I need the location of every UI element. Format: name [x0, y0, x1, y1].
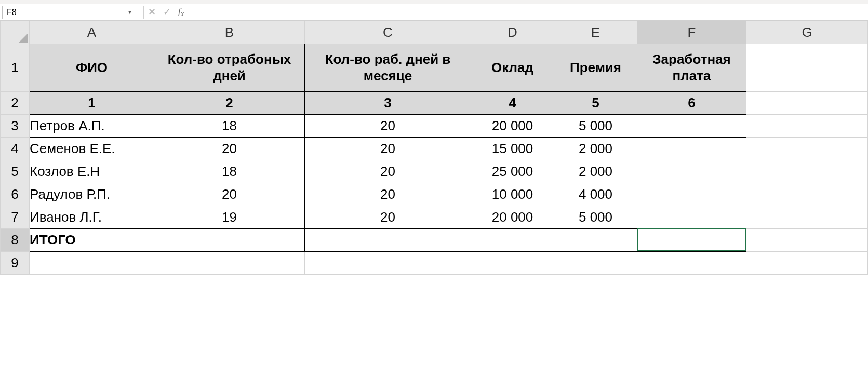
- cell-F4[interactable]: [637, 138, 746, 160]
- cell-A3[interactable]: Петров А.П.: [30, 115, 154, 138]
- cell-D9[interactable]: [471, 252, 554, 275]
- cell-A2[interactable]: 1: [30, 92, 154, 115]
- cell-D3[interactable]: 20 000: [471, 115, 554, 138]
- cancel-icon: ✕: [148, 6, 156, 18]
- row-header-4[interactable]: 4: [1, 138, 30, 160]
- cell-B8[interactable]: [154, 229, 305, 252]
- cell-E4[interactable]: 2 000: [554, 138, 637, 160]
- cell-G4[interactable]: [746, 138, 868, 160]
- col-header-B[interactable]: B: [154, 21, 305, 44]
- table-row: 7 Иванов Л.Г. 19 20 20 000 5 000: [1, 206, 868, 229]
- cell-G9[interactable]: [746, 252, 868, 275]
- cell-F8[interactable]: [637, 229, 746, 252]
- enter-icon: ✓: [163, 6, 171, 18]
- cell-D7[interactable]: 20 000: [471, 206, 554, 229]
- name-box[interactable]: F8 ▼: [2, 6, 137, 19]
- formula-bar-input[interactable]: [194, 6, 868, 19]
- cell-E1[interactable]: Премия: [554, 44, 637, 92]
- cell-A9[interactable]: [30, 252, 154, 275]
- col-header-D[interactable]: D: [471, 21, 554, 44]
- cell-C4[interactable]: 20: [305, 138, 471, 160]
- cell-F3[interactable]: [637, 115, 746, 138]
- cell-C7[interactable]: 20: [305, 206, 471, 229]
- cell-F2[interactable]: 6: [637, 92, 746, 115]
- cell-E8[interactable]: [554, 229, 637, 252]
- cell-E6[interactable]: 4 000: [554, 183, 637, 206]
- fx-icon[interactable]: fx: [178, 6, 184, 18]
- cell-F9[interactable]: [637, 252, 746, 275]
- cell-D8[interactable]: [471, 229, 554, 252]
- cell-F5[interactable]: [637, 160, 746, 183]
- cell-B2[interactable]: 2: [154, 92, 305, 115]
- column-header-row: A B C D E F G: [1, 21, 868, 44]
- cell-G7[interactable]: [746, 206, 868, 229]
- cell-F1[interactable]: Заработная плата: [637, 44, 746, 92]
- cell-C5[interactable]: 20: [305, 160, 471, 183]
- col-header-F[interactable]: F: [637, 21, 746, 44]
- name-box-bar: F8 ▼ ✕ ✓ fx: [0, 4, 868, 21]
- cell-G1[interactable]: [746, 44, 868, 92]
- cell-A4[interactable]: Семенов Е.Е.: [30, 138, 154, 160]
- cell-G3[interactable]: [746, 115, 868, 138]
- name-box-value: F8: [7, 8, 17, 17]
- chevron-down-icon: ▼: [127, 9, 132, 15]
- cell-D4[interactable]: 15 000: [471, 138, 554, 160]
- row-header-6[interactable]: 6: [1, 183, 30, 206]
- ribbon-bottom-edge: [0, 0, 868, 4]
- divider: [143, 6, 144, 19]
- cell-C2[interactable]: 3: [305, 92, 471, 115]
- spreadsheet-grid[interactable]: A B C D E F G 1 ФИО Кол-во отрабоных дне…: [0, 21, 868, 275]
- cell-E5[interactable]: 2 000: [554, 160, 637, 183]
- cell-B7[interactable]: 19: [154, 206, 305, 229]
- cell-B6[interactable]: 20: [154, 183, 305, 206]
- cell-E7[interactable]: 5 000: [554, 206, 637, 229]
- cell-B1[interactable]: Кол-во отрабоных дней: [154, 44, 305, 92]
- cell-D2[interactable]: 4: [471, 92, 554, 115]
- cell-D5[interactable]: 25 000: [471, 160, 554, 183]
- cell-E2[interactable]: 5: [554, 92, 637, 115]
- cell-C1[interactable]: Кол-во раб. дней в месяце: [305, 44, 471, 92]
- cell-C9[interactable]: [305, 252, 471, 275]
- col-header-E[interactable]: E: [554, 21, 637, 44]
- col-header-A[interactable]: A: [30, 21, 154, 44]
- cell-E3[interactable]: 5 000: [554, 115, 637, 138]
- cell-A5[interactable]: Козлов Е.Н: [30, 160, 154, 183]
- cell-F7[interactable]: [637, 206, 746, 229]
- row-header-1[interactable]: 1: [1, 44, 30, 92]
- table-row: 4 Семенов Е.Е. 20 20 15 000 2 000: [1, 138, 868, 160]
- cell-C3[interactable]: 20: [305, 115, 471, 138]
- cell-B3[interactable]: 18: [154, 115, 305, 138]
- cell-A6[interactable]: Радулов Р.П.: [30, 183, 154, 206]
- table-row: 3 Петров А.П. 18 20 20 000 5 000: [1, 115, 868, 138]
- cell-B5[interactable]: 18: [154, 160, 305, 183]
- cell-C6[interactable]: 20: [305, 183, 471, 206]
- row-header-7[interactable]: 7: [1, 206, 30, 229]
- cell-A7[interactable]: Иванов Л.Г.: [30, 206, 154, 229]
- table-row: 9: [1, 252, 868, 275]
- row-header-5[interactable]: 5: [1, 160, 30, 183]
- cell-B9[interactable]: [154, 252, 305, 275]
- formula-bar-buttons: ✕ ✓ fx: [148, 6, 184, 18]
- row-header-2[interactable]: 2: [1, 92, 30, 115]
- table-row: 2 1 2 3 4 5 6: [1, 92, 868, 115]
- cell-A8[interactable]: ИТОГО: [30, 229, 154, 252]
- cell-B4[interactable]: 20: [154, 138, 305, 160]
- col-header-C[interactable]: C: [305, 21, 471, 44]
- row-header-8[interactable]: 8: [1, 229, 30, 252]
- cell-A1[interactable]: ФИО: [30, 44, 154, 92]
- cell-E9[interactable]: [554, 252, 637, 275]
- cell-G2[interactable]: [746, 92, 868, 115]
- cell-G8[interactable]: [746, 229, 868, 252]
- cell-C8[interactable]: [305, 229, 471, 252]
- cell-D6[interactable]: 10 000: [471, 183, 554, 206]
- col-header-G[interactable]: G: [746, 21, 868, 44]
- table-row: 1 ФИО Кол-во отрабоных дней Кол-во раб. …: [1, 44, 868, 92]
- table-row: 5 Козлов Е.Н 18 20 25 000 2 000: [1, 160, 868, 183]
- row-header-9[interactable]: 9: [1, 252, 30, 275]
- cell-G6[interactable]: [746, 183, 868, 206]
- row-header-3[interactable]: 3: [1, 115, 30, 138]
- cell-G5[interactable]: [746, 160, 868, 183]
- cell-F6[interactable]: [637, 183, 746, 206]
- cell-D1[interactable]: Оклад: [471, 44, 554, 92]
- select-all-corner[interactable]: [1, 21, 30, 44]
